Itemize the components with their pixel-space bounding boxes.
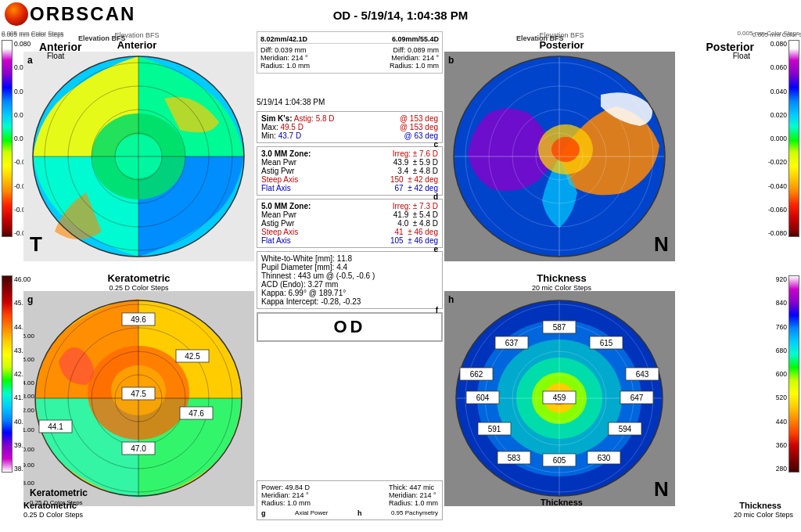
svg-text:47.5: 47.5 xyxy=(131,390,146,398)
thick-bottom-sublabel: 20 mic Color Steps xyxy=(734,511,793,519)
elev-bfs-left: Elevation BFS xyxy=(78,34,126,42)
page-title: OD - 5/19/14, 1:04:38 PM xyxy=(333,9,469,22)
svg-text:39.00: 39.00 xyxy=(23,462,35,469)
svg-text:662: 662 xyxy=(470,370,483,379)
kera-map: 47.5 49.6 42.5 44.1 47.6 47.0 46.00 45.0… xyxy=(23,291,254,506)
svg-text:b: b xyxy=(448,55,454,66)
svg-text:43.00: 43.00 xyxy=(23,393,35,400)
measurements-section: White-to-White [mm]: 11.8 Pupil Diameter… xyxy=(257,251,443,309)
astig-label: Astig: xyxy=(293,114,314,123)
svg-text:h: h xyxy=(448,294,454,305)
svg-text:594: 594 xyxy=(619,425,632,433)
right-colorscale-area: 0.005 mm Color Steps 0.080 0.060 0.040 0… xyxy=(753,31,799,237)
svg-text:583: 583 xyxy=(508,454,521,462)
corner-c-label: c xyxy=(433,140,438,149)
kera-map-svg: 47.5 49.6 42.5 44.1 47.6 47.0 46.00 45.0… xyxy=(23,291,254,506)
svg-text:42.5: 42.5 xyxy=(185,352,200,361)
svg-text:587: 587 xyxy=(553,323,566,332)
right-colorbar-thick xyxy=(788,275,799,473)
svg-text:49.6: 49.6 xyxy=(131,315,146,324)
posterior-float-label: Float xyxy=(733,52,750,60)
thickness-map-svg: 459 587 637 615 662 643 604 647 591 594 … xyxy=(444,291,675,506)
svg-text:44.00: 44.00 xyxy=(23,379,35,386)
center-top-info: 8.02mm/42.1D 6.09mm/55.4D Diff: 0.039 mm… xyxy=(257,31,443,74)
kera-label: Keratometric 0.25 D Color Steps xyxy=(23,272,254,292)
corner-h-label: h xyxy=(357,509,362,517)
posterior-map: b N xyxy=(444,52,675,261)
svg-text:630: 630 xyxy=(598,454,611,462)
svg-text:41.00: 41.00 xyxy=(23,426,35,433)
right-colorbar-post xyxy=(788,40,799,237)
kera-bottom-sublabel: 0.25 D Color Steps xyxy=(23,511,83,519)
right-scale-labels-post: 0.080 0.060 0.040 0.020 0.000 -0.020 -0.… xyxy=(768,40,787,237)
thickness-label: Thickness 20 mic Color Steps xyxy=(444,272,679,292)
mean-label: Mean Pwr xyxy=(261,158,296,167)
svg-text:N: N xyxy=(654,477,669,501)
anterior-float-label: Float xyxy=(47,52,64,60)
svg-text:615: 615 xyxy=(600,339,613,347)
corner-g-label: g xyxy=(261,509,266,517)
corner-d-label: d xyxy=(433,192,438,201)
diff1-val: 0.039 mm xyxy=(275,46,306,54)
svg-text:647: 647 xyxy=(630,394,644,402)
right-scale-labels-thick: 920 840 760 680 600 520 440 360 280 xyxy=(776,275,787,473)
anterior-map-svg: a T xyxy=(23,52,254,261)
thickness-map: 459 587 637 615 662 643 604 647 591 594 … xyxy=(444,291,675,506)
svg-text:Keratometric: Keratometric xyxy=(30,487,88,498)
svg-text:T: T xyxy=(30,232,42,256)
left-colorbar xyxy=(2,40,13,237)
svg-text:38.00: 38.00 xyxy=(23,480,35,487)
center-bottom-info: Power: 49.84 D Meridian: 214 ° Radius: 1… xyxy=(257,480,443,520)
svg-text:45.00: 45.00 xyxy=(23,356,35,363)
astig-axis: @ 153 deg xyxy=(400,114,438,123)
svg-text:g: g xyxy=(27,294,33,305)
anterior-map: a T xyxy=(23,52,254,261)
od-label: OD xyxy=(257,312,443,342)
center-info-panel: 5/19/14 1:04:38 PM Sim K's: Astig: 5.8 D… xyxy=(257,98,443,347)
svg-text:605: 605 xyxy=(553,456,566,465)
header: ORBSCAN OD - 5/19/14, 1:04:38 PM xyxy=(0,0,801,30)
simks-section: Sim K's: Astig: 5.8 D @ 153 deg Max: 49.… xyxy=(257,111,443,143)
zone5mm-section: 5.0 MM Zone: Irreg: ± 7.3 D Mean Pwr 41.… xyxy=(257,199,443,248)
left-colorbar-kera xyxy=(2,275,13,473)
right-colorscale-thick: 920 840 760 680 600 520 440 360 280 xyxy=(753,274,799,473)
svg-text:47.6: 47.6 xyxy=(189,409,204,418)
svg-text:643: 643 xyxy=(636,370,649,379)
kera-bottom-label: Keratometric xyxy=(23,501,77,510)
elev-bfs-right: Elevation BFS xyxy=(516,34,564,42)
svg-text:N: N xyxy=(654,232,669,256)
logo-circle xyxy=(5,2,28,26)
svg-text:40.00: 40.00 xyxy=(23,446,35,453)
corner-e-label: e xyxy=(433,245,438,253)
datetime: 5/19/14 1:04:38 PM xyxy=(257,98,443,106)
astig-val: 5.8 D xyxy=(316,114,335,123)
svg-text:637: 637 xyxy=(505,339,519,347)
svg-text:459: 459 xyxy=(553,394,566,402)
svg-text:Thickness: Thickness xyxy=(541,498,583,506)
right-top-scale-label: 0.005 mm Color Steps xyxy=(737,30,799,37)
svg-text:44.1: 44.1 xyxy=(48,422,63,431)
svg-text:a: a xyxy=(27,55,33,66)
svg-text:47.0: 47.0 xyxy=(131,444,146,453)
logo-area: ORBSCAN xyxy=(5,2,135,26)
svg-text:591: 591 xyxy=(488,425,501,433)
svg-text:604: 604 xyxy=(476,394,490,402)
left-top-scale-label: 0.005 mm Color Steps xyxy=(2,30,64,37)
svg-text:42.00: 42.00 xyxy=(23,407,35,414)
corner-f-label: f xyxy=(436,306,438,315)
logo-text: ORBSCAN xyxy=(30,3,135,25)
posterior-map-svg: b N xyxy=(444,52,675,261)
bfs1-label: 8.02mm/42.1D xyxy=(260,35,307,43)
svg-text:46.00: 46.00 xyxy=(23,332,35,340)
svg-point-16 xyxy=(551,137,580,162)
bfs2-label: 6.09mm/55.4D xyxy=(392,35,439,43)
zone3mm-section: 3.0 MM Zone: Irreg: ± 7.6 D Mean Pwr 43.… xyxy=(257,146,443,196)
thick-bottom-label: Thickness xyxy=(739,501,781,510)
